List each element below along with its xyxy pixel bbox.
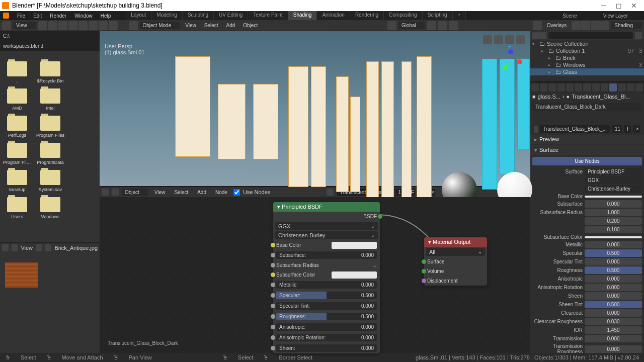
outliner-display-icon[interactable] [539, 32, 546, 39]
node-input-row[interactable]: Specular:0.500 [273, 290, 380, 301]
surface-section[interactable]: ▾Surface [530, 145, 644, 155]
workspace-tab-layout[interactable]: Layout [126, 11, 151, 20]
prop-tab[interactable] [627, 83, 634, 92]
workspace-tab-shading[interactable]: Shading [288, 11, 317, 20]
navigation-gizmo[interactable]: Z [498, 49, 523, 74]
material-users-count[interactable]: 11 [612, 125, 622, 133]
material-output-node[interactable]: ▾ Material Output All⌄ Surface Volume Di… [424, 237, 487, 286]
outliner-root[interactable]: ▾🗀Scene Collection [530, 40, 644, 47]
tb-icon[interactable] [109, 21, 118, 30]
scene-dropdown[interactable]: Scene [562, 13, 577, 19]
material-slot[interactable]: Translucent_Glass_Block_Dark [532, 103, 642, 111]
node-input-row[interactable]: Sheen:0.000 [273, 343, 380, 353]
minimize-button[interactable]: ─ [600, 2, 608, 10]
folder-item[interactable]: AMD [3, 88, 31, 111]
material-browse-icon[interactable] [327, 189, 334, 196]
tb-icon[interactable] [68, 21, 77, 30]
workspace-tab-scripting[interactable]: Scripting [423, 11, 453, 20]
property-row[interactable]: Metallic0.000 [530, 240, 644, 249]
outliner-item[interactable]: ▸🗀Brick [530, 54, 644, 61]
tb-icon[interactable] [89, 21, 98, 30]
node-editor-type-icon[interactable] [102, 189, 109, 196]
node-add-menu[interactable]: Add [194, 190, 209, 195]
node-object-dropdown[interactable]: Object [122, 189, 148, 196]
node-title[interactable]: ▾ Material Output [424, 237, 487, 247]
property-row[interactable]: Specular Tint0.000 [530, 257, 644, 266]
property-row[interactable]: Anisotropic Rotation0.000 [530, 283, 644, 292]
prop-tab[interactable] [601, 83, 608, 92]
distribution-dropdown[interactable]: GGX [585, 176, 642, 184]
prop-tab[interactable] [540, 83, 547, 92]
outliner-type-icon[interactable] [532, 32, 539, 39]
material-unlink[interactable]: × [633, 125, 640, 133]
editor-type-icon[interactable] [2, 21, 11, 30]
node-input-row[interactable]: Subsurface Radius⌄ [273, 260, 380, 270]
property-row[interactable]: Transmission0.000 [530, 334, 644, 343]
tb-icon[interactable] [38, 21, 47, 30]
tb-icon[interactable] [58, 21, 67, 30]
outliner-item[interactable]: ▸🗀Glass [530, 68, 644, 75]
folder-item[interactable]: System.sav [36, 170, 64, 192]
node-input-row[interactable]: Anisotropic Rotation:0.000 [273, 332, 380, 343]
gizmo-button[interactable] [483, 35, 492, 44]
prop-tab[interactable] [548, 83, 556, 92]
property-row[interactable]: Roughness0.500 [530, 266, 644, 275]
property-row[interactable]: Subsurface Radius1.000 [530, 208, 644, 217]
overlays-icon[interactable] [533, 21, 542, 30]
node-input-row[interactable]: Base Color [273, 240, 380, 250]
workspace-tab-texture paint[interactable]: Texture Paint [248, 11, 288, 20]
menu-edit[interactable]: Edit [30, 13, 45, 19]
folder-item[interactable]: Windows [36, 197, 64, 219]
node-editor-canvas[interactable]: Translucent_Glass_Block_Dark ▾ Principle… [100, 197, 530, 353]
property-row[interactable]: IOR1.450 [530, 326, 644, 334]
shading-lookdev-icon[interactable] [591, 21, 600, 30]
property-row[interactable]: 0.200 [530, 217, 644, 225]
tb-icon[interactable] [99, 21, 108, 30]
workspace-tab-compositing[interactable]: Compositing [384, 11, 423, 20]
image-filename[interactable]: Brick_Antique.jpg [54, 245, 98, 251]
material-name-field[interactable]: Translucent_Glass_Block_... [540, 125, 610, 133]
property-row[interactable]: Sheen Tint0.500 [530, 300, 644, 309]
menu-render[interactable]: Render [47, 13, 69, 19]
folder-item[interactable]: Users [3, 197, 31, 219]
prop-tab[interactable] [557, 83, 565, 92]
proportional-icon[interactable] [449, 21, 458, 30]
file-browser-filename[interactable]: workspaces.blend [0, 41, 100, 51]
shading-solid-icon[interactable] [581, 21, 590, 30]
mode-dropdown[interactable]: Object Mode [140, 22, 181, 29]
node-input-row[interactable]: Subsurface:0.000 [273, 250, 380, 260]
snap-icon[interactable] [427, 21, 436, 30]
gizmo-button[interactable] [505, 35, 514, 44]
menu-window[interactable]: Window [71, 13, 96, 19]
maximize-button[interactable]: ◻ [615, 2, 623, 10]
tb-icon[interactable] [48, 21, 57, 30]
shading-wire-icon[interactable] [572, 21, 581, 30]
3d-viewport[interactable]: User Persp (1) glass.Sml.01 [100, 31, 530, 186]
close-button[interactable]: ✕ [630, 2, 638, 10]
output-target-dropdown[interactable]: All⌄ [426, 248, 485, 256]
workspace-tab-sculpting[interactable]: Sculpting [183, 11, 214, 20]
image-slot-icon[interactable] [36, 244, 42, 251]
use-nodes-button[interactable]: Use Nodes [532, 157, 642, 165]
outliner-filter-icon[interactable] [635, 32, 642, 39]
folder-item[interactable]: $Recycle.Bin [36, 61, 64, 83]
shading-dropdown[interactable]: Shading [611, 22, 642, 29]
folder-item[interactable]: Program Files.. [3, 143, 31, 165]
node-shader-type-icon[interactable] [112, 189, 119, 196]
image-browse-icon[interactable] [45, 244, 52, 251]
property-row[interactable]: 0.100 [530, 225, 644, 234]
surface-shader-dropdown[interactable]: Principled BSDF [585, 168, 642, 175]
node-input-row[interactable]: Specular Tint:0.000 [273, 301, 380, 311]
mode-icon[interactable] [129, 21, 138, 30]
folder-item[interactable]: Intel [36, 88, 64, 111]
menu-file[interactable]: File [14, 13, 28, 19]
sss-method-dropdown[interactable]: Christensen-Burley⌄ [275, 231, 378, 239]
pivot-icon[interactable] [438, 21, 447, 30]
prop-tab[interactable] [531, 83, 539, 92]
image-preview-area[interactable] [0, 252, 100, 353]
property-row[interactable]: Subsurface0.000 [530, 200, 644, 208]
prop-tab[interactable] [592, 83, 600, 92]
folder-item[interactable]: .. [3, 61, 31, 83]
sss-method-dropdown[interactable]: Christensen-Burley [585, 185, 642, 193]
property-row[interactable]: Base Color [530, 193, 644, 200]
